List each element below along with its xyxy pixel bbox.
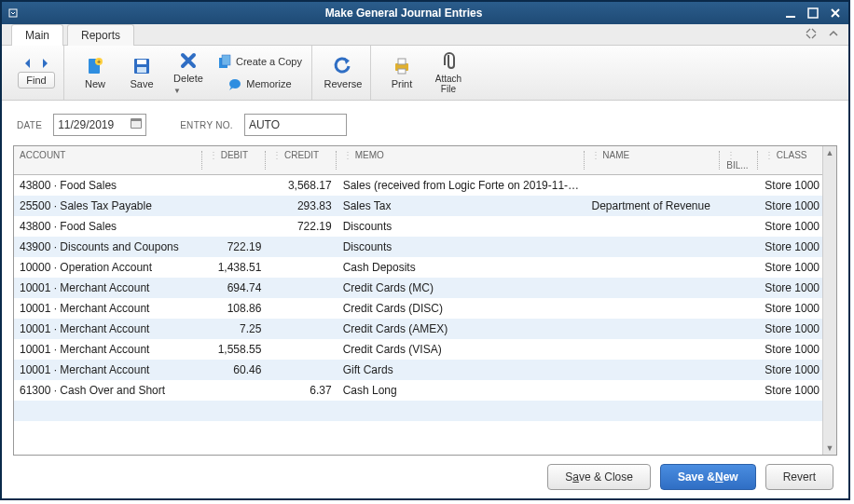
cell-debit[interactable] — [204, 388, 268, 393]
tab-reports[interactable]: Reports — [67, 24, 134, 46]
cell-account[interactable]: 43800 · Food Sales — [14, 176, 204, 195]
cell-credit[interactable] — [267, 347, 337, 352]
table-row[interactable]: 43800 · Food Sales3,568.17Sales (receive… — [14, 175, 836, 196]
cell-memo[interactable] — [337, 408, 586, 414]
cell-memo[interactable]: Discounts — [337, 217, 586, 236]
cell-account[interactable]: 43900 · Discounts and Coupons — [14, 238, 204, 256]
cell-billable[interactable] — [722, 203, 759, 209]
cell-name[interactable] — [585, 367, 722, 373]
next-arrow-icon[interactable] — [38, 57, 51, 70]
cell-memo[interactable]: Credit Cards (DISC) — [337, 299, 586, 318]
cell-account[interactable]: 10001 · Merchant Account — [14, 299, 204, 318]
cell-billable[interactable] — [722, 224, 759, 229]
cell-memo[interactable]: Credit Cards (MC) — [337, 279, 586, 297]
entry-no-field[interactable]: AUTO — [244, 114, 347, 136]
cell-name[interactable] — [585, 265, 722, 270]
col-debit[interactable]: ⋮ DEBIT — [203, 146, 267, 174]
cell-credit[interactable] — [267, 326, 337, 332]
maximize-icon[interactable] — [806, 6, 820, 20]
vertical-scrollbar[interactable]: ▲ ▼ — [822, 146, 836, 455]
find-button[interactable]: Find — [18, 72, 54, 89]
cell-account[interactable]: 10001 · Merchant Account — [14, 361, 204, 379]
minimize-icon[interactable] — [783, 6, 798, 20]
cell-credit[interactable]: 293.83 — [267, 197, 337, 215]
scroll-up-icon[interactable]: ▲ — [823, 146, 836, 159]
cell-credit[interactable] — [267, 408, 337, 414]
cell-memo[interactable]: Discounts — [337, 238, 586, 256]
cell-memo[interactable]: Gift Cards — [337, 361, 586, 379]
cell-credit[interactable]: 722.19 — [267, 217, 337, 236]
cell-billable[interactable] — [722, 388, 759, 393]
expand-icon[interactable] — [804, 26, 819, 41]
cell-memo[interactable]: Cash Deposits — [337, 258, 586, 277]
cell-credit[interactable] — [267, 367, 337, 373]
cell-memo[interactable]: Credit Cards (AMEX) — [337, 320, 586, 338]
table-row[interactable]: 10001 · Merchant Account7.25Credit Cards… — [14, 319, 836, 339]
cell-billable[interactable] — [722, 265, 759, 270]
cell-account[interactable]: 10000 · Operation Account — [14, 258, 204, 277]
tab-main[interactable]: Main — [11, 24, 63, 46]
cell-name[interactable] — [585, 326, 722, 332]
cell-account[interactable]: 25500 · Sales Tax Payable — [14, 197, 204, 215]
table-row[interactable]: 10000 · Operation Account1,438.51Cash De… — [14, 257, 836, 278]
cell-account[interactable] — [14, 408, 204, 414]
table-row[interactable]: 10001 · Merchant Account108.86Credit Car… — [14, 298, 836, 319]
cell-billable[interactable] — [722, 326, 759, 332]
cell-billable[interactable] — [722, 306, 759, 311]
cell-billable[interactable] — [722, 285, 759, 291]
col-name[interactable]: ⋮ NAME — [585, 146, 722, 174]
col-memo[interactable]: ⋮ MEMO — [337, 146, 585, 174]
cell-debit[interactable]: 1,438.51 — [204, 258, 268, 277]
grid-body[interactable]: 43800 · Food Sales3,568.17Sales (receive… — [14, 175, 836, 455]
cell-billable[interactable] — [722, 408, 759, 414]
system-menu-icon[interactable] — [2, 2, 24, 24]
cell-billable[interactable] — [722, 367, 759, 373]
cell-memo[interactable]: Credit Cards (VISA) — [337, 340, 586, 359]
revert-button[interactable]: Revert — [765, 464, 833, 490]
cell-credit[interactable] — [267, 244, 337, 250]
memorize-button[interactable]: Memorize — [214, 74, 306, 94]
cell-billable[interactable] — [722, 244, 759, 250]
cell-name[interactable] — [585, 408, 722, 414]
cell-credit[interactable]: 3,568.17 — [267, 176, 337, 195]
cell-name[interactable] — [585, 347, 722, 352]
create-copy-button[interactable]: Create a Copy — [214, 51, 306, 72]
cell-name[interactable] — [585, 388, 722, 393]
cell-name[interactable] — [585, 224, 722, 229]
save-new-button[interactable]: Save & New — [660, 464, 756, 490]
delete-button[interactable]: Delete▼ — [167, 49, 210, 96]
calendar-icon[interactable] — [130, 116, 143, 129]
cell-credit[interactable] — [267, 265, 337, 270]
col-billable[interactable]: ⋮ BIL... — [721, 146, 759, 174]
attach-file-button[interactable]: AttachFile — [427, 49, 470, 96]
collapse-ribbon-icon[interactable] — [826, 26, 841, 41]
table-row[interactable] — [14, 401, 836, 421]
cell-credit[interactable]: 6.37 — [267, 381, 337, 400]
save-button[interactable]: Save — [120, 49, 163, 96]
cell-debit[interactable] — [204, 183, 268, 188]
prev-arrow-icon[interactable] — [21, 57, 34, 70]
date-field[interactable]: 11/29/2019 — [53, 114, 146, 136]
cell-account[interactable]: 61300 · Cash Over and Short — [14, 381, 204, 400]
cell-debit[interactable] — [204, 224, 268, 229]
cell-debit[interactable]: 108.86 — [204, 299, 268, 318]
cell-debit[interactable]: 1,558.55 — [204, 340, 268, 359]
col-account[interactable]: ACCOUNT — [14, 146, 203, 174]
cell-name[interactable] — [585, 306, 722, 311]
cell-name[interactable] — [585, 244, 722, 250]
reverse-button[interactable]: Reverse — [322, 49, 365, 96]
cell-debit[interactable]: 722.19 — [204, 238, 268, 256]
cell-credit[interactable] — [267, 306, 337, 311]
cell-name[interactable] — [585, 285, 722, 291]
cell-account[interactable]: 43800 · Food Sales — [14, 217, 204, 236]
cell-name[interactable] — [585, 183, 722, 188]
cell-debit[interactable] — [204, 203, 268, 209]
cell-debit[interactable]: 60.46 — [204, 361, 268, 379]
cell-billable[interactable] — [722, 183, 759, 188]
cell-memo[interactable]: Sales (received from Logic Forte on 2019… — [337, 176, 586, 195]
cell-debit[interactable]: 7.25 — [204, 320, 268, 338]
print-button[interactable]: Print — [380, 49, 423, 96]
table-row[interactable]: 10001 · Merchant Account60.46Gift CardsS… — [14, 360, 836, 380]
cell-credit[interactable] — [267, 285, 337, 291]
table-row[interactable]: 43900 · Discounts and Coupons722.19Disco… — [14, 237, 836, 257]
